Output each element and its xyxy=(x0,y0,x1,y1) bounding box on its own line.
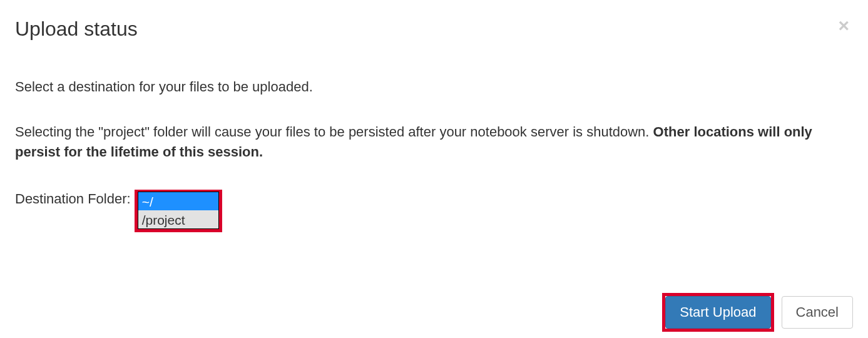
option-project[interactable]: /project xyxy=(138,210,218,228)
persistence-info-prefix: Selecting the "project" folder will caus… xyxy=(15,124,653,140)
start-upload-button[interactable]: Start Upload xyxy=(665,296,770,329)
cancel-button[interactable]: Cancel xyxy=(782,296,853,329)
persistence-info: Selecting the "project" folder will caus… xyxy=(15,122,853,162)
start-upload-highlight: Start Upload xyxy=(662,293,774,332)
destination-row: Destination Folder: ~/ /project xyxy=(15,190,853,232)
destination-label: Destination Folder: xyxy=(15,190,131,207)
option-home[interactable]: ~/ xyxy=(138,192,218,210)
close-icon: × xyxy=(838,15,849,36)
modal-title: Upload status xyxy=(15,18,853,41)
close-button[interactable]: × xyxy=(838,16,849,35)
modal-footer: Start Upload Cancel xyxy=(662,293,853,332)
destination-select[interactable]: ~/ /project xyxy=(138,192,219,229)
intro-text: Select a destination for your files to b… xyxy=(15,77,853,97)
destination-select-highlight: ~/ /project xyxy=(135,190,222,232)
